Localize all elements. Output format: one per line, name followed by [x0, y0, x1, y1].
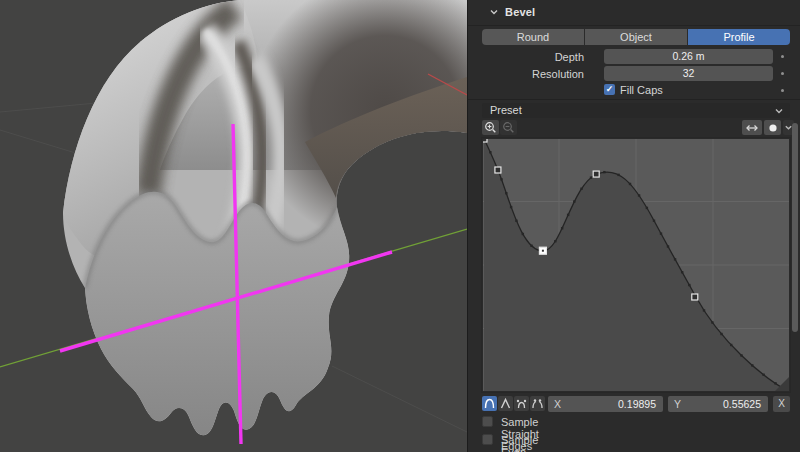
fill-caps-label: Fill Caps: [620, 84, 663, 96]
curve-sample-dot: [510, 206, 512, 208]
curve-sample-dot: [646, 207, 648, 209]
panel-title: Bevel: [505, 6, 535, 18]
tab-object[interactable]: Object: [585, 29, 687, 45]
free-handle-icon: [515, 397, 528, 410]
curve-control-point-4[interactable]: [692, 294, 698, 300]
curve-sample-dot: [751, 364, 753, 366]
curve-sample-dot: [740, 354, 742, 356]
resolution-field[interactable]: 32: [604, 66, 773, 81]
curve-sample-dot: [681, 271, 683, 273]
blender-window: { "colors": { "accent": "#4772b3", "sele…: [0, 0, 800, 452]
curve-control-point-3[interactable]: [593, 171, 599, 177]
curve-sample-dot: [515, 220, 517, 222]
x-label: X: [554, 396, 561, 412]
fill-caps-decorator-dot[interactable]: [781, 89, 784, 92]
curve-sample-dot: [580, 188, 582, 190]
zoom-in-button[interactable]: [482, 120, 499, 135]
aligned-handle-icon: [531, 397, 544, 410]
curve-sample-dot: [561, 227, 563, 229]
collapse-chevron-icon: [489, 7, 499, 17]
curve-sample-dot: [603, 171, 605, 173]
zoom-in-icon: [484, 121, 497, 134]
bevel-type-tabs: Round Object Profile: [482, 29, 790, 45]
delete-point-button[interactable]: X: [773, 396, 790, 412]
curve-sample-dot: [730, 344, 732, 346]
depth-field[interactable]: 0.26 m: [604, 49, 773, 64]
sample-even-lengths-checkbox[interactable]: [482, 434, 493, 445]
panel-scrollbar[interactable]: [792, 123, 798, 332]
curve-sample-dot: [500, 178, 502, 180]
vector-handle-icon: [499, 397, 512, 410]
curve-sample-dot: [505, 192, 507, 194]
viewport-canvas: [0, 0, 467, 452]
handle-auto-button[interactable]: [482, 396, 497, 411]
curve-sample-dot: [573, 200, 575, 202]
y-label: Y: [674, 396, 681, 412]
point-x-field[interactable]: X 0.19895: [548, 396, 663, 412]
curve-sample-dot: [629, 183, 631, 185]
curve-sample-dot: [711, 321, 713, 323]
sample-even-lengths-label: Sample Even Lengths: [501, 434, 540, 452]
curve-sample-dot: [653, 220, 655, 222]
y-value: 0.55625: [723, 396, 761, 412]
resolution-decorator-dot[interactable]: [781, 72, 784, 75]
profile-curve-editor[interactable]: [482, 138, 790, 392]
handle-free-button[interactable]: [514, 396, 529, 411]
tab-profile[interactable]: Profile: [688, 29, 790, 45]
bevel-panel: Bevel Round Object Profile Depth 0.26 m …: [467, 0, 800, 452]
curve-sample-dot: [703, 309, 705, 311]
curve-sample-dot: [590, 176, 592, 178]
3d-viewport[interactable]: [0, 0, 467, 452]
curve-sample-dot: [720, 333, 722, 335]
preset-dropdown[interactable]: Preset: [482, 103, 790, 118]
resolution-label: Resolution: [468, 68, 584, 80]
circle-icon: [767, 122, 779, 134]
depth-decorator-dot[interactable]: [781, 55, 784, 58]
curve-sample-dot: [638, 194, 640, 196]
tab-round[interactable]: Round: [482, 29, 584, 45]
x-value: 0.19895: [618, 396, 656, 412]
curve-sample-dot: [688, 284, 690, 286]
depth-label: Depth: [468, 51, 584, 63]
profile-curve-canvas[interactable]: [482, 138, 790, 392]
sample-straight-edges-checkbox[interactable]: [482, 416, 493, 427]
curve-sample-dot: [660, 232, 662, 234]
curve-sample-dot: [774, 382, 776, 384]
curve-sample-dot: [674, 258, 676, 260]
zoom-out-button[interactable]: [500, 120, 517, 135]
point-y-field[interactable]: Y 0.55625: [668, 396, 768, 412]
curve-sample-dot: [530, 245, 532, 247]
clipping-button[interactable]: [764, 120, 781, 135]
curve-sample-dot: [554, 240, 556, 242]
selected-point-center: [542, 250, 544, 252]
reset-view-button[interactable]: [742, 120, 762, 135]
curve-sample-dot: [762, 374, 764, 376]
curve-sample-dot: [667, 245, 669, 247]
zoom-out-icon: [502, 121, 515, 134]
auto-handle-icon: [483, 397, 496, 410]
panel-header[interactable]: Bevel: [468, 0, 800, 26]
curve-sample-dot: [489, 151, 491, 153]
curve-sample-dot: [522, 233, 524, 235]
separator: [468, 99, 800, 100]
curve-sample-dot: [567, 214, 569, 216]
handle-aligned-button[interactable]: [530, 396, 545, 411]
handle-vector-button[interactable]: [498, 396, 513, 411]
curve-sample-dot: [617, 174, 619, 176]
curve-control-point-1[interactable]: [495, 167, 501, 173]
fill-caps-checkbox[interactable]: ✓: [604, 84, 615, 95]
arrows-horizontal-icon: [745, 123, 759, 133]
chevron-down-icon: [774, 106, 784, 116]
preset-label: Preset: [490, 104, 522, 116]
